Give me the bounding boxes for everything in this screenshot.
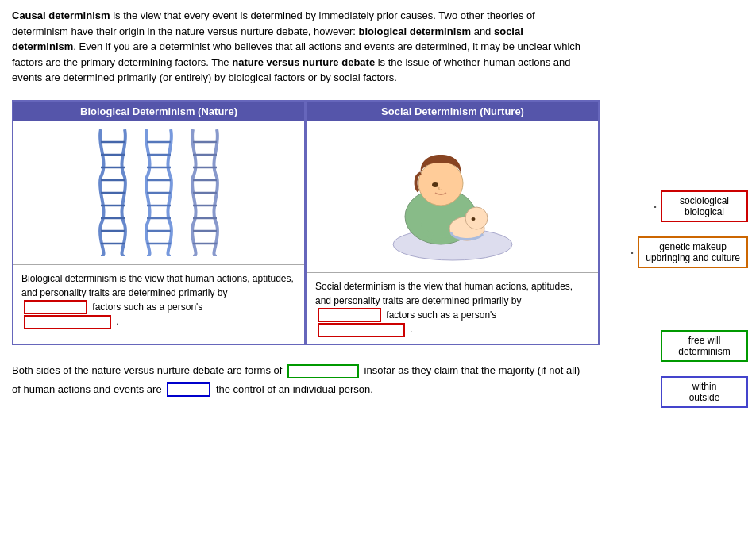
annotation-3-row: free will determinism xyxy=(661,330,748,362)
svg-point-30 xyxy=(432,182,438,187)
annotation-4-box: within outside xyxy=(661,376,748,408)
bio-box-text: Biological determinism is the view that … xyxy=(14,264,304,336)
nature-nurture-term: nature versus nurture debate xyxy=(232,56,375,68)
diagrams-row: Biological Determinism (Nature) xyxy=(12,100,600,346)
annotation-4-line1: within xyxy=(669,381,740,392)
annotation-1-line1: sociological xyxy=(669,195,740,206)
annotation-4-line2: outside xyxy=(669,392,740,403)
annotation-2-box: genetic makeup upbringing and culture xyxy=(638,236,748,268)
dna-strand-3 xyxy=(185,129,225,256)
annotation-2-line1: genetic makeup xyxy=(646,241,740,252)
biological-determinism-box: Biological Determinism (Nature) xyxy=(12,100,306,346)
svg-point-33 xyxy=(472,217,476,221)
bio-text-2: factors such as a person's xyxy=(92,302,202,313)
annotation-1-line2: biological xyxy=(669,206,740,217)
annotation-2-row: · genetic makeup upbringing and culture xyxy=(630,236,748,268)
dna-strand-2 xyxy=(139,129,179,256)
annotation-2-line2: upbringing and culture xyxy=(646,252,740,263)
bottom-blank-2[interactable] xyxy=(167,382,210,397)
causal-determinism-term: Causal determinism xyxy=(12,10,110,21)
social-text-1: Social determinism is the view that huma… xyxy=(315,281,573,306)
dna-illustration xyxy=(93,129,225,256)
intro-paragraph: Causal determinism is the view that ever… xyxy=(12,8,584,86)
social-determinism-box: Social Determinism (Nurture) xyxy=(306,100,600,346)
bio-box-header: Biological Determinism (Nature) xyxy=(14,102,304,121)
intro-text-4: and xyxy=(471,25,494,37)
bottom-blank-1[interactable] xyxy=(287,364,359,378)
social-box-header: Social Determinism (Nurture) xyxy=(307,102,598,121)
annotation-3-box: free will determinism xyxy=(661,330,748,362)
social-box-text: Social determinism is the view that huma… xyxy=(307,272,598,344)
svg-point-29 xyxy=(418,161,463,206)
annotation-3-line1: free will xyxy=(669,335,740,346)
biological-determinism-term: biological determinism xyxy=(358,25,471,37)
annotation-1-box: sociological biological xyxy=(661,190,748,222)
bio-blank-2[interactable] xyxy=(24,315,111,329)
mother-baby-illustration xyxy=(381,129,524,264)
social-blank-1[interactable] xyxy=(318,308,381,322)
bio-text-1: Biological determinism is the view that … xyxy=(21,273,294,298)
annotation-1-dot: · xyxy=(653,196,658,217)
annotation-1-row: · sociological biological xyxy=(653,190,748,222)
annotation-2-dot: · xyxy=(630,242,634,263)
svg-point-32 xyxy=(465,207,488,229)
bottom-paragraph: Both sides of the nature versus nurture … xyxy=(12,361,584,398)
side-annotations: · sociological biological · genetic make… xyxy=(630,190,748,408)
social-text-2: factors such as a person's xyxy=(386,309,496,321)
dna-strand-1 xyxy=(93,129,133,256)
bottom-text-3: the control of an individual person. xyxy=(216,383,373,395)
annotation-3-line2: determinism xyxy=(669,346,740,357)
annotation-4-row: within outside xyxy=(661,376,748,408)
bottom-text-1: Both sides of the nature versus nurture … xyxy=(12,364,282,376)
bio-blank-1[interactable] xyxy=(24,300,87,314)
bio-image-area xyxy=(14,121,304,264)
social-blank-2[interactable] xyxy=(318,323,405,337)
social-image-area xyxy=(307,121,598,272)
